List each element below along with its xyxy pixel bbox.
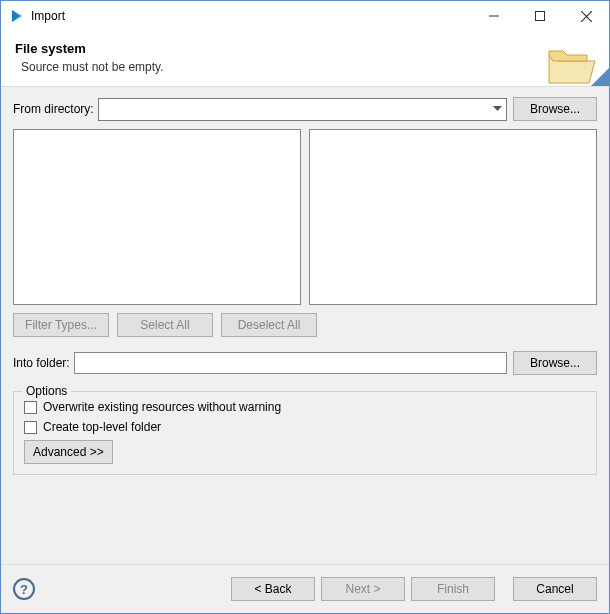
folder-tree-pane[interactable]: [13, 129, 301, 305]
minimize-button[interactable]: [471, 1, 517, 31]
wizard-content: From directory: Browse... Filter Types..…: [1, 87, 609, 564]
into-folder-row: Into folder: Browse...: [13, 351, 597, 375]
svg-rect-3: [536, 12, 545, 21]
banner-title: File system: [15, 41, 595, 56]
wizard-banner: File system Source must not be empty.: [1, 31, 609, 87]
finish-button[interactable]: Finish: [411, 577, 495, 601]
back-button[interactable]: < Back: [231, 577, 315, 601]
overwrite-label: Overwrite existing resources without war…: [43, 400, 281, 414]
create-top-level-checkbox[interactable]: Create top-level folder: [24, 420, 586, 434]
svg-marker-1: [12, 10, 19, 22]
from-directory-combo[interactable]: [98, 98, 507, 121]
maximize-button[interactable]: [517, 1, 563, 31]
selection-buttons: Filter Types... Select All Deselect All: [13, 313, 597, 337]
options-legend: Options: [22, 384, 71, 398]
app-icon: [9, 8, 25, 24]
wizard-footer: ? < Back Next > Finish Cancel: [1, 564, 609, 613]
checkbox-box: [24, 401, 37, 414]
banner-corner-decoration: [591, 68, 609, 86]
cancel-button[interactable]: Cancel: [513, 577, 597, 601]
into-folder-label: Into folder:: [13, 356, 70, 370]
filter-types-button[interactable]: Filter Types...: [13, 313, 109, 337]
chevron-down-icon[interactable]: [488, 99, 506, 120]
checkbox-box: [24, 421, 37, 434]
deselect-all-button[interactable]: Deselect All: [221, 313, 317, 337]
help-icon[interactable]: ?: [13, 578, 35, 600]
into-folder-input[interactable]: [74, 352, 507, 374]
from-directory-label: From directory:: [13, 102, 94, 116]
selection-panes: [13, 129, 597, 305]
create-top-label: Create top-level folder: [43, 420, 161, 434]
banner-subtitle: Source must not be empty.: [21, 60, 595, 74]
window-title: Import: [31, 9, 65, 23]
file-list-pane[interactable]: [309, 129, 597, 305]
title-bar: Import: [1, 1, 609, 31]
overwrite-checkbox[interactable]: Overwrite existing resources without war…: [24, 400, 586, 414]
browse-from-button[interactable]: Browse...: [513, 97, 597, 121]
options-group: Options Overwrite existing resources wit…: [13, 391, 597, 475]
advanced-button[interactable]: Advanced >>: [24, 440, 113, 464]
from-directory-input[interactable]: [99, 99, 488, 120]
next-button[interactable]: Next >: [321, 577, 405, 601]
from-directory-row: From directory: Browse...: [13, 97, 597, 121]
select-all-button[interactable]: Select All: [117, 313, 213, 337]
close-button[interactable]: [563, 1, 609, 31]
browse-into-button[interactable]: Browse...: [513, 351, 597, 375]
